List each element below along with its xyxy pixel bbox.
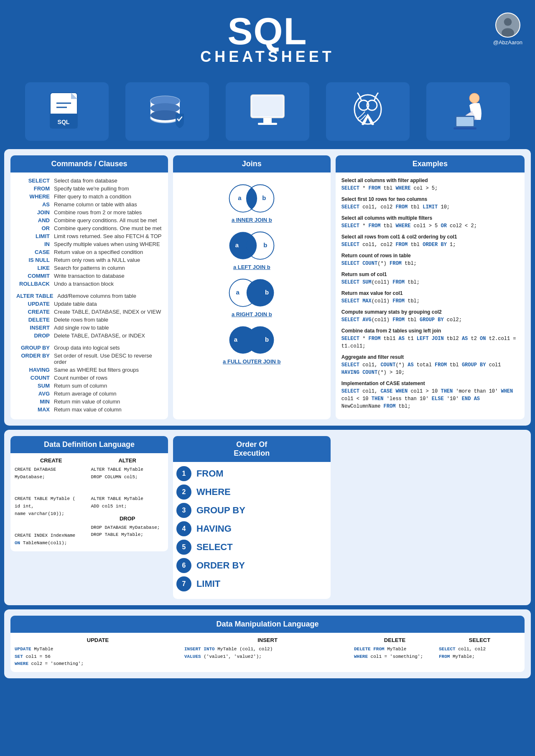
- order-item: 4HAVING: [176, 521, 327, 536]
- example-block: Select first 10 rows for two columnsSELE…: [341, 196, 519, 211]
- svg-rect-25: [456, 117, 474, 126]
- cmd-key: IS NULL: [16, 257, 54, 263]
- example-block: Implementation of CASE statementSELECT c…: [341, 381, 519, 410]
- cmd-val: Return min value of column: [54, 398, 120, 405]
- example-code: SELECT COUNT(*) FROM tbl;: [341, 260, 519, 267]
- command-row: LIMITLimit rows returned. See also FETCH…: [16, 233, 162, 239]
- full-join-item: a b a FULL OUTER JOIN b: [220, 323, 283, 368]
- left-join-label: a LEFT JOIN b: [233, 264, 270, 270]
- command-row: GROUP BYGroup data into logical sets: [16, 345, 162, 351]
- ddl-create-code: CREATE DATABASE MyDatabase;CREATE TABLE …: [15, 466, 87, 547]
- left-join-item: a b a LEFT JOIN b: [220, 229, 283, 274]
- cmd-key: SELECT: [16, 178, 54, 184]
- examples-body: Select all columns with filter appliedSE…: [336, 173, 525, 419]
- cmd-key: AS: [16, 201, 54, 208]
- order-item: 7LIMIT: [176, 576, 327, 591]
- sql-file-icon: SQL: [48, 91, 86, 132]
- person-laptop-icon: [449, 91, 487, 132]
- command-row: SELECTSelect data from database: [16, 178, 162, 184]
- dml-insert-header: INSERT: [184, 637, 351, 643]
- svg-text:b: b: [265, 289, 269, 296]
- cmd-val: Update table data: [54, 301, 97, 307]
- cmd-key: LIMIT: [16, 233, 54, 239]
- author-name: @AbzAaron: [493, 39, 522, 46]
- commands-header: Commands / Clauses: [10, 155, 168, 173]
- cmd-val: Delete TABLE, DATABASE, or INDEX: [54, 332, 145, 339]
- right-join-svg: a b: [220, 276, 283, 310]
- example-title: Select first 10 rows for two columns: [341, 196, 519, 202]
- ddl-header: Data Definition Language: [10, 436, 168, 453]
- inner-join-svg: a b: [220, 182, 283, 215]
- svg-point-37: [247, 279, 274, 307]
- example-code: SELECT * FROM tbl WHERE col > 5;: [341, 185, 519, 192]
- cmd-key: DROP: [16, 332, 54, 339]
- example-title: Compute summary stats by grouping col2: [341, 309, 519, 315]
- example-code: SELECT col1, col2 FROM tbl LIMIT 10;: [341, 203, 519, 211]
- order-num: 5: [176, 540, 191, 555]
- example-title: Implementation of CASE statement: [341, 381, 519, 386]
- order-item: 6ORDER BY: [176, 558, 327, 573]
- command-row: COMMITWrite transaction to database: [16, 273, 162, 279]
- command-row: CASEReturn value on a specified conditio…: [16, 249, 162, 255]
- cmd-key: CASE: [16, 249, 54, 255]
- command-row: INSERTAdd single row to table: [16, 325, 162, 331]
- cmd-key: WHERE: [16, 193, 54, 200]
- ddl-inner: CREATE CREATE DATABASE MyDatabase;CREATE…: [10, 453, 168, 551]
- ddl-drop-header: DROP: [91, 515, 163, 522]
- commands-card: Commands / Clauses SELECTSelect data fro…: [10, 155, 168, 419]
- example-block: Return count of rows in tableSELECT COUN…: [341, 253, 519, 267]
- command-row: JOINCombine rows from 2 or more tables: [16, 209, 162, 216]
- order-header: Order Of Execution: [173, 436, 331, 462]
- svg-rect-16: [252, 96, 283, 117]
- command-row: ORDER BYSet order of result. Use DESC to…: [16, 353, 162, 365]
- svg-point-1: [504, 18, 512, 26]
- example-code: SELECT * FROM tbl1 AS t1 LEFT JOIN tbl2 …: [341, 335, 519, 350]
- cmd-val: Select data from database: [54, 178, 117, 184]
- order-num: 7: [176, 576, 191, 591]
- cmd-val: Specify table we're pulling from: [54, 185, 129, 192]
- ddl-create-col: CREATE CREATE DATABASE MyDatabase;CREATE…: [15, 457, 87, 547]
- order-name: GROUP BY: [196, 505, 245, 516]
- dml-insert-code: INSERT INTO MyTable (col1, col2)VALUES (…: [184, 646, 351, 660]
- cmd-key: COUNT: [16, 375, 54, 381]
- order-num: 6: [176, 558, 191, 573]
- command-row: WHEREFilter query to match a condition: [16, 193, 162, 200]
- cmd-key: INSERT: [16, 325, 54, 331]
- dml-select-header: SELECT: [439, 637, 520, 643]
- command-row: ALTER TABLEAdd/Remove columns from table: [16, 293, 162, 299]
- example-code: SELECT SUM(col1) FROM tbl;: [341, 279, 519, 286]
- command-row: HAVINGSame as WHERE but filters groups: [16, 367, 162, 373]
- command-row: ROLLBACKUndo a transaction block: [16, 281, 162, 287]
- command-row: DROPDelete TABLE, DATABASE, or INDEX: [16, 332, 162, 339]
- dml-header: Data Manipulation Language: [10, 616, 525, 633]
- monitor-icon: [249, 91, 286, 132]
- order-item: 5SELECT: [176, 540, 327, 555]
- cmd-key: AVG: [16, 391, 54, 397]
- example-block: Compute summary stats by grouping col2SE…: [341, 309, 519, 324]
- example-block: Aggregate and filter resultSELECT col1, …: [341, 354, 519, 376]
- svg-point-19: [354, 95, 381, 124]
- cmd-val: Combine query conditions. One must be me…: [54, 225, 161, 231]
- command-row: IS NULLReturn only rows with a NULL valu…: [16, 257, 162, 263]
- svg-rect-18: [258, 123, 277, 125]
- command-row: ASRename column or table with alias: [16, 201, 162, 208]
- example-title: Aggregate and filter result: [341, 354, 519, 360]
- example-block: Select all columns with multiple filters…: [341, 215, 519, 230]
- cmd-val: Return only rows with a NULL value: [54, 257, 140, 263]
- cmd-key: IN: [16, 241, 54, 247]
- right-join-item: a b a RIGHT JOIN b: [220, 276, 283, 321]
- cmd-val: Create TABLE, DATABASE, INDEX or VIEW: [54, 309, 161, 315]
- order-list: 1FROM2WHERE3GROUP BY4HAVING5SELECT6ORDER…: [173, 462, 331, 599]
- cmd-key: AND: [16, 217, 54, 223]
- example-block: Select all columns with filter appliedSE…: [341, 178, 519, 192]
- dml-select-col: SELECT SELECT col1, col2FROM MyTable;: [439, 637, 520, 668]
- cmd-divider: [16, 289, 162, 293]
- command-row: DELETEDelete rows from table: [16, 317, 162, 323]
- ddl-drop-code: DROP DATABASE MyDatabase;DROP TABLE MyTa…: [91, 524, 163, 539]
- full-join-label: a FULL OUTER JOIN b: [223, 358, 280, 365]
- cmd-val: Add/Remove columns from table: [57, 293, 136, 299]
- command-row: LIKESearch for patterns in column: [16, 265, 162, 271]
- cmd-divider: [16, 340, 162, 345]
- example-title: Combine data from 2 tables using left jo…: [341, 328, 519, 334]
- examples-header: Examples: [336, 155, 525, 173]
